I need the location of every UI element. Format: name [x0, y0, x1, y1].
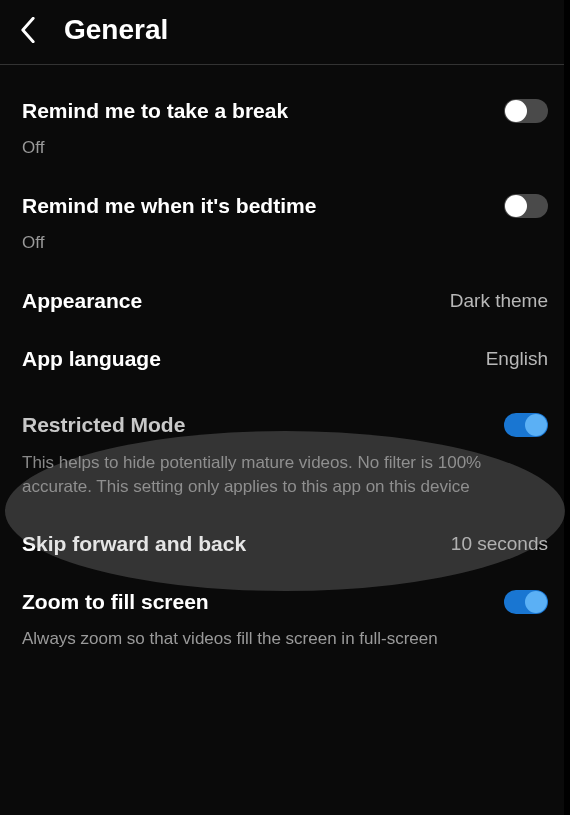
- setting-skip[interactable]: Skip forward and back 10 seconds: [22, 498, 548, 556]
- setting-restricted-mode[interactable]: Restricted Mode This helps to hide poten…: [22, 371, 548, 499]
- setting-value: Dark theme: [450, 290, 548, 312]
- right-edge: [564, 0, 570, 815]
- setting-value: English: [486, 348, 548, 370]
- setting-description: Always zoom so that videos fill the scre…: [22, 628, 548, 651]
- toggle-take-break[interactable]: [504, 99, 548, 123]
- setting-zoom[interactable]: Zoom to fill screen Always zoom so that …: [22, 556, 548, 651]
- setting-label: Zoom to fill screen: [22, 590, 209, 614]
- toggle-bedtime[interactable]: [504, 194, 548, 218]
- header: General: [0, 0, 570, 65]
- toggle-zoom[interactable]: [504, 590, 548, 614]
- setting-appearance[interactable]: Appearance Dark theme: [22, 255, 548, 313]
- setting-bedtime[interactable]: Remind me when it's bedtime Off: [22, 160, 548, 255]
- setting-status: Off: [22, 137, 548, 160]
- setting-label: Appearance: [22, 289, 142, 313]
- setting-label: Remind me when it's bedtime: [22, 194, 316, 218]
- setting-description: This helps to hide potentially mature vi…: [22, 451, 548, 499]
- toggle-restricted-mode[interactable]: [504, 413, 548, 437]
- setting-label: Restricted Mode: [22, 413, 185, 437]
- setting-label: Skip forward and back: [22, 532, 246, 556]
- setting-label: Remind me to take a break: [22, 99, 288, 123]
- setting-take-break[interactable]: Remind me to take a break Off: [22, 65, 548, 160]
- setting-language[interactable]: App language English: [22, 313, 548, 371]
- setting-status: Off: [22, 232, 548, 255]
- setting-label: App language: [22, 347, 161, 371]
- setting-value: 10 seconds: [451, 533, 548, 555]
- page-title: General: [64, 14, 168, 46]
- back-icon[interactable]: [18, 20, 38, 40]
- settings-list: Remind me to take a break Off Remind me …: [0, 65, 570, 651]
